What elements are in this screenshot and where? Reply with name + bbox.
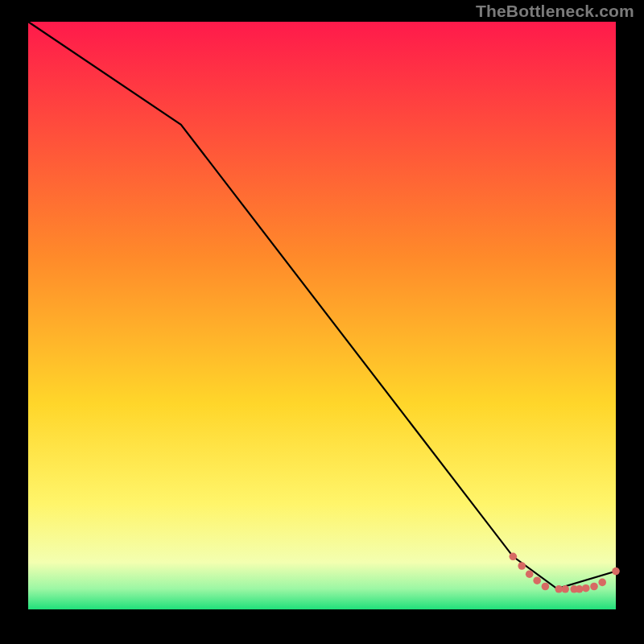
- marker-point: [510, 553, 518, 561]
- marker-point: [590, 583, 598, 591]
- marker-point: [542, 583, 550, 591]
- marker-point: [598, 579, 606, 587]
- plot-background: [28, 22, 616, 609]
- watermark-text: TheBottleneck.com: [476, 2, 634, 21]
- marker-point: [582, 584, 590, 592]
- marker-point: [612, 568, 620, 576]
- bottleneck-chart: [0, 0, 644, 644]
- marker-point: [533, 576, 541, 584]
- marker-point: [526, 570, 534, 578]
- marker-point: [518, 562, 526, 570]
- marker-point: [561, 585, 569, 593]
- marker-point: [576, 585, 584, 593]
- chart-stage: TheBottleneck.com: [0, 0, 644, 644]
